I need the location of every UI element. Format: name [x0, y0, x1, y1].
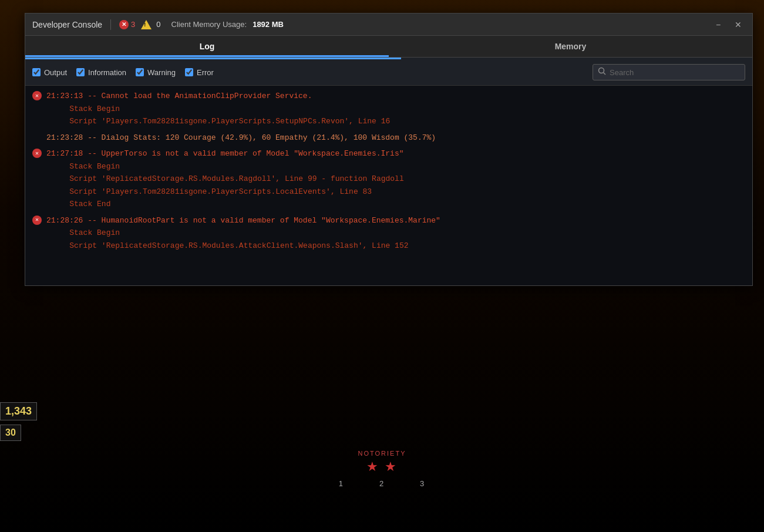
error-badge: ✕ 3 — [119, 20, 135, 29]
notoriety-stars: ★ ★ — [339, 459, 426, 474]
developer-console: Developer Console ✕ 3 0 Client Memory Us… — [25, 13, 753, 286]
error-dot-4: ✕ — [32, 216, 42, 225]
notoriety-label: NOTORIETY — [339, 450, 426, 457]
log-indent-ragdoll: Script 'ReplicatedStorage.RS.Modules.Rag… — [46, 173, 404, 185]
tab-memory[interactable]: Memory — [389, 36, 752, 57]
error-label: Error — [197, 68, 214, 77]
svg-point-0 — [599, 68, 604, 73]
log-entry-4: ✕ 21:28:26 -- HumanoidRootPart is not a … — [32, 215, 745, 252]
error-dot-1: ✕ — [32, 91, 42, 100]
title-bar: Developer Console ✕ 3 0 Client Memory Us… — [25, 14, 752, 36]
hud-stat-value: 1,343 — [5, 405, 32, 417]
log-entry-3-stack2: Script 'ReplicatedStorage.RS.Modules.Rag… — [32, 173, 745, 185]
log-entry-1-stack1: Stack Begin — [32, 103, 745, 115]
warning-count: 0 — [156, 20, 160, 29]
title-divider — [110, 19, 111, 30]
information-checkbox[interactable] — [76, 68, 85, 76]
warning-badge: 0 — [141, 20, 160, 29]
error-checkbox[interactable] — [185, 68, 193, 76]
log-indent-slash: Script 'ReplicatedStorage.RS.Modules.Att… — [46, 240, 409, 252]
notoriety-num-3: 3 — [420, 479, 425, 488]
filter-information[interactable]: Information — [76, 68, 126, 77]
svg-line-1 — [604, 73, 606, 75]
warning-icon — [141, 20, 152, 29]
information-label: Information — [88, 68, 126, 77]
log-entry-3-header: ✕ 21:27:18 -- UpperTorso is not a valid … — [32, 148, 745, 160]
error-count: 3 — [131, 20, 135, 29]
log-entry-1: ✕ 21:23:13 -- Cannot load the AnimationC… — [32, 90, 745, 127]
memory-label: Client Memory Usage: — [171, 20, 247, 29]
error-icon: ✕ — [119, 20, 129, 29]
search-input[interactable] — [610, 68, 740, 77]
search-box — [593, 64, 745, 80]
notoriety-section: NOTORIETY ★ ★ 1 2 3 — [339, 450, 426, 488]
log-entry-4-text: 21:28:26 -- HumanoidRootPart is not a va… — [46, 215, 440, 227]
console-title: Developer Console — [32, 20, 102, 29]
minimize-button[interactable]: − — [711, 18, 725, 32]
log-entry-3-stack3: Script 'Players.Tom28281isgone.PlayerScr… — [32, 186, 745, 198]
hud-stat-value2: 30 — [5, 427, 16, 437]
log-area[interactable]: ✕ 21:23:13 -- Cannot load the AnimationC… — [25, 86, 752, 285]
tabs-bar: Log Memory — [25, 36, 752, 58]
log-entry-3-stack1: Stack Begin — [32, 161, 745, 173]
log-entry-1-stack2: Script 'Players.Tom28281isgone.PlayerScr… — [32, 116, 745, 127]
log-indent-stack-begin-3: Stack Begin — [46, 161, 120, 173]
notoriety-nums: 1 2 3 — [339, 479, 426, 488]
warning-checkbox[interactable] — [136, 68, 144, 76]
notoriety-num-1: 1 — [339, 479, 344, 488]
output-label: Output — [44, 68, 67, 77]
log-entry-1-header: ✕ 21:23:13 -- Cannot load the AnimationC… — [32, 90, 745, 102]
error-dot-3: ✕ — [32, 149, 42, 158]
log-entry-4-stack2: Script 'ReplicatedStorage.RS.Modules.Att… — [32, 240, 745, 252]
log-entry-4-header: ✕ 21:28:26 -- HumanoidRootPart is not a … — [32, 215, 745, 227]
log-entry-1-text: 21:23:13 -- Cannot load the AnimationCli… — [46, 90, 312, 102]
log-entry-2-header: 21:23:28 -- Dialog Stats: 120 Courage (4… — [32, 132, 745, 144]
tab-log[interactable]: Log — [25, 36, 389, 57]
close-button[interactable]: ✕ — [731, 18, 745, 32]
log-entry-2-text: 21:23:28 -- Dialog Stats: 120 Courage (4… — [46, 132, 436, 144]
output-checkbox[interactable] — [32, 68, 41, 76]
log-indent-script-1: Script 'Players.Tom28281isgone.PlayerScr… — [46, 116, 390, 127]
log-indent-stack-begin-4: Stack Begin — [46, 227, 120, 239]
log-indent-localevents: Script 'Players.Tom28281isgone.PlayerScr… — [46, 186, 372, 198]
log-entry-4-stack1: Stack Begin — [32, 227, 745, 239]
filter-warning[interactable]: Warning — [136, 68, 176, 77]
log-entry-2: 21:23:28 -- Dialog Stats: 120 Courage (4… — [32, 132, 745, 144]
filter-output[interactable]: Output — [32, 68, 67, 77]
log-entry-3: ✕ 21:27:18 -- UpperTorso is not a valid … — [32, 148, 745, 210]
warning-label: Warning — [147, 68, 176, 77]
log-entry-3-text: 21:27:18 -- UpperTorso is not a valid me… — [46, 148, 404, 160]
search-icon — [598, 67, 606, 78]
log-indent-stack-end-3: Stack End — [46, 198, 110, 210]
filter-bar: Output Information Warning Error — [25, 59, 752, 86]
log-indent-stack-begin-1: Stack Begin — [46, 103, 120, 115]
log-entry-3-stack4: Stack End — [32, 198, 745, 210]
hud-stat-box: 1,343 — [0, 402, 37, 420]
memory-value: 1892 MB — [253, 20, 284, 29]
filter-error[interactable]: Error — [185, 68, 214, 77]
hud-stat-box2: 30 — [0, 425, 21, 441]
notoriety-num-2: 2 — [379, 479, 385, 488]
